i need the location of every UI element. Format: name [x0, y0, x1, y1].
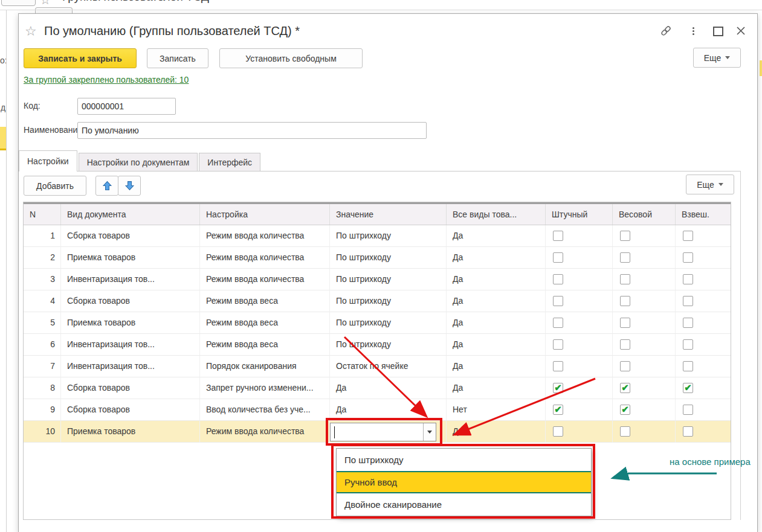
cell-all-goods[interactable]: Да — [447, 356, 546, 377]
cell-setting[interactable]: Порядок сканирования — [200, 356, 330, 377]
cell-all-goods[interactable]: Да — [447, 290, 546, 312]
cell-doc-type[interactable]: Приемка товаров — [61, 421, 200, 443]
value-combo-input[interactable] — [330, 423, 436, 441]
checkbox-weight[interactable] — [620, 231, 630, 241]
cell-all-goods[interactable]: Да — [447, 334, 546, 356]
more-button-top[interactable]: Еще — [693, 48, 741, 68]
cell-number[interactable]: 2 — [24, 247, 61, 269]
cell-all-goods[interactable]: Да — [447, 377, 546, 399]
cell-doc-type[interactable]: Инвентаризация тов... — [61, 356, 200, 377]
maximize-icon[interactable] — [713, 27, 723, 36]
cell-all-goods[interactable]: Да — [447, 225, 546, 247]
checkbox-piece[interactable]: ✔ — [553, 383, 563, 393]
checkbox-weighed[interactable] — [683, 296, 693, 306]
cell-all-goods[interactable]: Да — [447, 269, 546, 290]
cell-value[interactable]: Да — [330, 377, 447, 399]
checkbox-weight[interactable] — [620, 361, 630, 371]
cell-value[interactable]: По штрихкоду — [330, 334, 447, 356]
cell-value[interactable]: По штрихкоду — [330, 269, 447, 290]
cell-setting[interactable]: Режим ввода количества — [200, 269, 330, 290]
checkbox-weighed[interactable] — [683, 274, 693, 284]
save-button[interactable]: Записать — [147, 48, 208, 68]
checkbox-weight[interactable] — [620, 426, 630, 437]
dropdown-item-2[interactable]: Ручной ввод — [337, 471, 591, 493]
cell-number[interactable]: 5 — [24, 312, 61, 334]
table-row-5[interactable]: 5Приемка товаровРежим ввода весаПо штрих… — [24, 312, 731, 334]
checkbox-piece[interactable] — [553, 361, 563, 371]
cell-doc-type[interactable]: Сборка товаров — [61, 290, 200, 312]
checkbox-weight[interactable] — [620, 339, 630, 350]
column-header-7[interactable]: Весовой — [613, 204, 676, 225]
cell-all-goods[interactable]: Да — [447, 312, 546, 334]
column-header-8[interactable]: Взвеш. — [676, 204, 731, 225]
cell-setting[interactable]: Режим ввода веса — [200, 334, 330, 356]
table-row-6[interactable]: 6Инвентаризация тов...Режим ввода весаПо… — [24, 334, 731, 356]
column-header-4[interactable]: Значение — [330, 204, 447, 225]
cell-value[interactable]: Да — [330, 399, 447, 421]
cell-number[interactable]: 3 — [24, 269, 61, 290]
table-row-1[interactable]: 1Сборка товаровРежим ввода количестваПо … — [24, 225, 731, 247]
users-count-link[interactable]: За группой закреплено пользователей: 10 — [24, 75, 189, 85]
cell-all-goods[interactable]: Да — [447, 247, 546, 269]
cell-number[interactable]: 1 — [24, 225, 61, 247]
checkbox-piece[interactable]: ✔ — [553, 405, 563, 415]
tab-settings[interactable]: Настройки — [19, 150, 77, 171]
table-row-2[interactable]: 2Приемка товаровРежим ввода количестваПо… — [24, 247, 731, 269]
add-row-button[interactable]: Добавить — [24, 176, 86, 196]
table-row-9[interactable]: 9Сборка товаровВвод количества без уче..… — [24, 399, 731, 421]
cell-number[interactable]: 7 — [24, 356, 61, 377]
column-header-1[interactable]: N — [24, 204, 61, 225]
checkbox-weight[interactable] — [620, 296, 630, 306]
checkbox-weighed[interactable] — [683, 361, 693, 371]
cell-all-goods[interactable]: Нет — [447, 399, 546, 421]
checkbox-weight[interactable] — [620, 318, 630, 328]
cell-value[interactable]: По штрихкоду — [330, 225, 447, 247]
column-header-5[interactable]: Все виды това... — [447, 204, 546, 225]
table-row-3[interactable]: 3Инвентаризация тов...Режим ввода количе… — [24, 269, 731, 290]
name-input[interactable] — [77, 122, 427, 139]
cell-setting[interactable]: Режим ввода веса — [200, 290, 330, 312]
more-vertical-icon[interactable] — [691, 25, 696, 37]
cell-doc-type[interactable]: Приемка товаров — [61, 247, 200, 269]
cell-setting[interactable]: Режим ввода веса — [200, 312, 330, 334]
cell-doc-type[interactable]: Сборка товаров — [61, 225, 200, 247]
checkbox-piece[interactable] — [553, 231, 563, 241]
cell-number[interactable]: 6 — [24, 334, 61, 356]
checkbox-weight[interactable] — [620, 252, 630, 263]
tab-document-settings[interactable]: Настройки по документам — [79, 153, 198, 171]
cell-setting[interactable]: Режим ввода количества — [200, 247, 330, 269]
link-icon[interactable] — [659, 24, 673, 40]
checkbox-weighed[interactable] — [683, 339, 693, 350]
checkbox-weighed[interactable] — [683, 252, 693, 263]
checkbox-piece[interactable] — [553, 339, 563, 350]
cell-number[interactable]: 4 — [24, 290, 61, 312]
checkbox-piece[interactable] — [553, 426, 563, 437]
cell-setting[interactable]: Запрет ручного изменени... — [200, 377, 330, 399]
cell-doc-type[interactable]: Сборка товаров — [61, 377, 200, 399]
cell-doc-type[interactable]: Инвентаризация тов... — [61, 334, 200, 356]
dropdown-item-3[interactable]: Двойное сканирование — [337, 493, 591, 516]
checkbox-weighed[interactable] — [683, 231, 693, 241]
save-and-close-button[interactable]: Записать и закрыть — [24, 48, 137, 68]
cell-setting[interactable]: Ввод количества без уче... — [200, 399, 330, 421]
cell-setting[interactable]: Режим ввода количества — [200, 225, 330, 247]
checkbox-weighed[interactable] — [683, 405, 693, 415]
column-header-2[interactable]: Вид документа — [61, 204, 200, 225]
combo-dropdown-button[interactable] — [423, 423, 436, 441]
cell-doc-type[interactable]: Сборка товаров — [61, 399, 200, 421]
cell-value[interactable]: Остаток по ячейке — [330, 356, 447, 377]
dropdown-item-1[interactable]: По штрихкоду — [337, 449, 591, 471]
checkbox-weight[interactable]: ✔ — [620, 383, 630, 393]
checkbox-weighed[interactable] — [683, 318, 693, 328]
cell-number[interactable]: 8 — [24, 377, 61, 399]
table-row-7[interactable]: 7Инвентаризация тов...Порядок сканирован… — [24, 356, 731, 377]
checkbox-weight[interactable]: ✔ — [620, 405, 630, 415]
move-down-button[interactable] — [118, 176, 141, 196]
checkbox-piece[interactable] — [553, 252, 563, 263]
cell-number[interactable]: 10 — [24, 421, 61, 443]
cell-value[interactable]: По штрихкоду — [330, 312, 447, 334]
tab-interface[interactable]: Интерфейс — [199, 153, 260, 171]
checkbox-weight[interactable] — [620, 274, 630, 284]
column-header-3[interactable]: Настройка — [200, 204, 330, 225]
table-row-4[interactable]: 4Сборка товаровРежим ввода весаПо штрихк… — [24, 290, 731, 312]
